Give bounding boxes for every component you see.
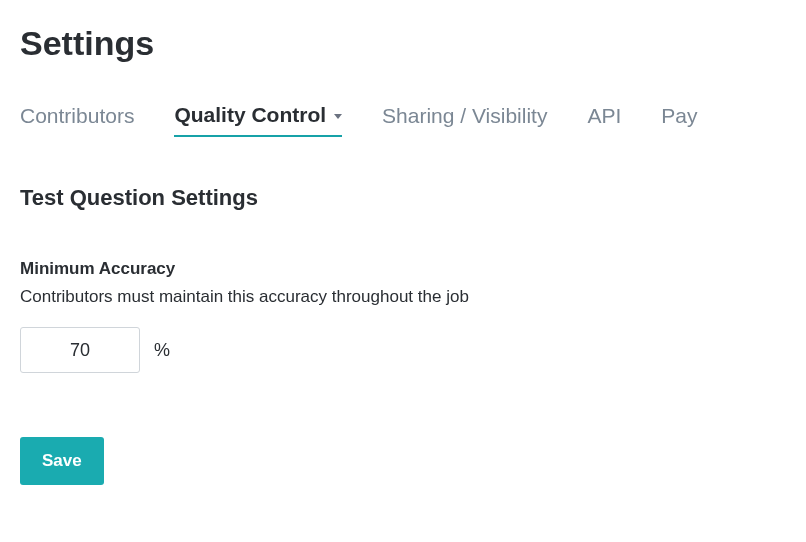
tab-pay-label: Pay [661,104,697,128]
tabs-nav: Contributors Quality Control Sharing / V… [20,103,786,137]
section-title: Test Question Settings [20,185,786,211]
save-button[interactable]: Save [20,437,104,485]
tab-quality-control[interactable]: Quality Control [174,103,342,137]
min-accuracy-label: Minimum Accuracy [20,259,786,279]
tab-sharing-visibility-label: Sharing / Visibility [382,104,547,128]
percent-label: % [154,340,170,361]
page-title: Settings [20,24,786,63]
min-accuracy-input-row: % [20,327,786,373]
tab-api-label: API [587,104,621,128]
min-accuracy-description: Contributors must maintain this accuracy… [20,287,786,307]
chevron-down-icon [334,114,342,119]
tab-sharing-visibility[interactable]: Sharing / Visibility [382,103,547,137]
min-accuracy-field: Minimum Accuracy Contributors must maint… [20,259,786,373]
min-accuracy-input[interactable] [20,327,140,373]
tab-contributors-label: Contributors [20,104,134,128]
tab-api[interactable]: API [587,103,621,137]
tab-pay[interactable]: Pay [661,103,697,137]
tab-quality-control-label: Quality Control [174,103,326,127]
tab-contributors[interactable]: Contributors [20,103,134,137]
